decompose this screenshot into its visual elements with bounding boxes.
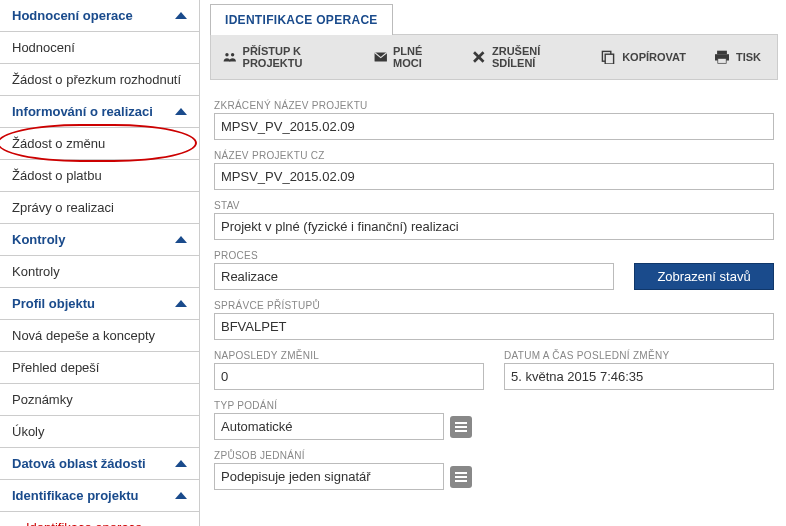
field-label: NAPOSLEDY ZMĚNIL	[214, 350, 484, 361]
sidebar-item-identifikace-operace[interactable]: Identifikace operace	[0, 512, 199, 526]
sidebar-item-kontroly[interactable]: Kontroly	[0, 256, 199, 288]
sidebar-section-label: Kontroly	[12, 232, 65, 247]
tab-identifikace-operace[interactable]: IDENTIFIKACE OPERACE	[210, 4, 393, 35]
sidebar-item-hodnoceni[interactable]: Hodnocení	[0, 32, 199, 64]
sidebar-item-zpravy-o-realizaci[interactable]: Zprávy o realizaci	[0, 192, 199, 224]
toolbar: PŘÍSTUP K PROJEKTU PLNÉ MOCI ZRUŠENÍ SDÍ…	[210, 34, 778, 80]
svg-rect-7	[718, 58, 726, 63]
sidebar-item-nova-depese[interactable]: Nová depeše a koncepty	[0, 320, 199, 352]
name-cz-input[interactable]	[214, 163, 774, 190]
toolbar-label: ZRUŠENÍ SDÍLENÍ	[492, 45, 572, 69]
field-label: ZKRÁCENÝ NÁZEV PROJEKTU	[214, 100, 774, 111]
field-label: NÁZEV PROJEKTU CZ	[214, 150, 774, 161]
svg-rect-8	[455, 422, 467, 424]
people-icon	[223, 50, 237, 64]
sidebar-item-zadost-o-platbu[interactable]: Žádost o platbu	[0, 160, 199, 192]
submit-type-list-button[interactable]	[450, 416, 472, 438]
toolbar-cancel-share[interactable]: ZRUŠENÍ SDÍLENÍ	[460, 35, 588, 79]
list-icon	[455, 471, 467, 483]
act-mode-list-button[interactable]	[450, 466, 472, 488]
chevron-up-icon	[175, 236, 187, 243]
list-icon	[455, 421, 467, 433]
short-name-input[interactable]	[214, 113, 774, 140]
copy-icon	[600, 50, 616, 64]
svg-rect-9	[455, 426, 467, 428]
svg-rect-5	[717, 51, 727, 55]
field-label: DATUM A ČAS POSLEDNÍ ZMĚNY	[504, 350, 774, 361]
sidebar-section-profil-objektu[interactable]: Profil objektu	[0, 288, 199, 320]
chevron-up-icon	[175, 108, 187, 115]
toolbar-label: TISK	[736, 51, 761, 63]
admin-input[interactable]	[214, 313, 774, 340]
toolbar-label: PLNÉ MOCI	[393, 45, 445, 69]
sidebar-section-informovani[interactable]: Informování o realizaci	[0, 96, 199, 128]
sidebar-section-hodnoceni-operace[interactable]: Hodnocení operace	[0, 0, 199, 32]
svg-rect-10	[455, 430, 467, 432]
state-input[interactable]	[214, 213, 774, 240]
field-label: ZPŮSOB JEDNÁNÍ	[214, 450, 774, 461]
last-changed-at-input[interactable]	[504, 363, 774, 390]
sidebar-section-identifikace-projektu[interactable]: Identifikace projektu	[0, 480, 199, 512]
sidebar-section-kontroly[interactable]: Kontroly	[0, 224, 199, 256]
sidebar-item-poznamky[interactable]: Poznámky	[0, 384, 199, 416]
chevron-up-icon	[175, 460, 187, 467]
print-icon	[714, 50, 730, 64]
sidebar-item-prehled-depesi[interactable]: Přehled depeší	[0, 352, 199, 384]
sidebar-item-zadost-prezkum[interactable]: Žádost o přezkum rozhodnutí	[0, 64, 199, 96]
field-label: SPRÁVCE PŘÍSTUPŮ	[214, 300, 774, 311]
show-states-button[interactable]: Zobrazení stavů	[634, 263, 774, 290]
sidebar-section-label: Datová oblast žádosti	[12, 456, 146, 471]
last-changed-by-input[interactable]	[214, 363, 484, 390]
field-label: STAV	[214, 200, 774, 211]
toolbar-label: KOPÍROVAT	[622, 51, 686, 63]
field-label: TYP PODÁNÍ	[214, 400, 774, 411]
act-mode-input[interactable]	[214, 463, 444, 490]
main-content: IDENTIFIKACE OPERACE PŘÍSTUP K PROJEKTU …	[200, 0, 786, 526]
sidebar: Hodnocení operace Hodnocení Žádost o pře…	[0, 0, 200, 526]
toolbar-label: PŘÍSTUP K PROJEKTU	[243, 45, 346, 69]
submit-type-input[interactable]	[214, 413, 444, 440]
envelope-icon	[374, 50, 387, 64]
sidebar-section-label: Informování o realizaci	[12, 104, 153, 119]
chevron-up-icon	[175, 492, 187, 499]
sidebar-item-zadost-o-zmenu[interactable]: Žádost o změnu	[0, 128, 199, 160]
svg-point-0	[225, 53, 228, 56]
field-label: PROCES	[214, 250, 614, 261]
svg-rect-4	[605, 54, 613, 64]
close-icon	[472, 50, 486, 64]
svg-rect-12	[455, 476, 467, 478]
sidebar-section-label: Profil objektu	[12, 296, 95, 311]
toolbar-access[interactable]: PŘÍSTUP K PROJEKTU	[211, 35, 362, 79]
toolbar-print[interactable]: TISK	[702, 40, 777, 74]
sidebar-section-label: Identifikace projektu	[12, 488, 138, 503]
toolbar-copy[interactable]: KOPÍROVAT	[588, 40, 702, 74]
sidebar-section-label: Hodnocení operace	[12, 8, 133, 23]
svg-rect-13	[455, 480, 467, 482]
sidebar-item-ukoly[interactable]: Úkoly	[0, 416, 199, 448]
chevron-up-icon	[175, 12, 187, 19]
toolbar-poa[interactable]: PLNÉ MOCI	[362, 35, 461, 79]
chevron-up-icon	[175, 300, 187, 307]
svg-point-1	[231, 53, 234, 56]
process-input[interactable]	[214, 263, 614, 290]
sidebar-section-datova-oblast[interactable]: Datová oblast žádosti	[0, 448, 199, 480]
svg-rect-11	[455, 472, 467, 474]
